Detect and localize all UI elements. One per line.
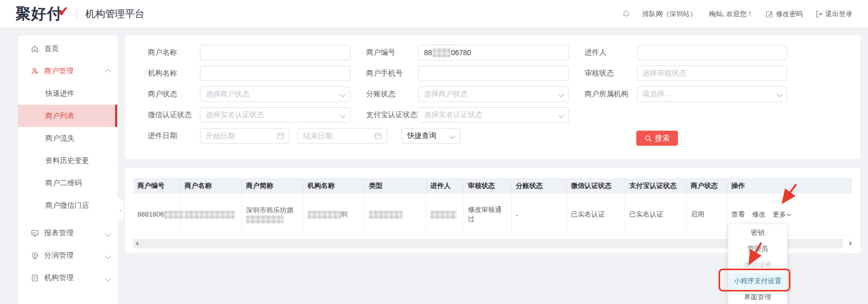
logout-link[interactable]: 退出登录	[815, 9, 852, 19]
col-agent: 进件人	[426, 178, 463, 194]
col-merchant-name: 商户名称	[180, 178, 242, 194]
split-status-select[interactable]: 选择商户状态	[418, 86, 569, 102]
menu-item-admin[interactable]: 管理员	[728, 240, 787, 257]
view-link[interactable]: 查看	[732, 210, 745, 218]
col-wechat-auth: 微信认证状态	[567, 178, 625, 194]
edit-icon	[766, 10, 773, 18]
document-icon	[31, 274, 39, 282]
more-link[interactable]: 更多	[773, 210, 790, 218]
chevron-down-icon	[558, 91, 564, 97]
end-date-field[interactable]	[303, 132, 374, 140]
cell-org-name: 圳	[303, 194, 364, 236]
org-name-label: 机构名称	[148, 69, 200, 78]
col-merchant-status: 商户状态	[686, 178, 727, 194]
merchant-no-input[interactable]: 8806780	[418, 45, 569, 60]
change-password-link[interactable]: 修改密码	[766, 9, 803, 19]
sidebar-item-org-mgmt[interactable]: 机构管理	[18, 267, 117, 289]
sidebar-item-wechat-store[interactable]: 商户微信门店	[18, 194, 117, 217]
menu-item-miniprogram-pay-settings[interactable]: 小程序支付设置	[728, 273, 787, 289]
menu-item-ui-mgmt[interactable]: 界面管理	[728, 289, 787, 304]
scroll-left-arrow[interactable]: ‹	[136, 238, 139, 248]
sidebar-item-merchant-list[interactable]: 商户列表	[18, 105, 117, 127]
quick-query-select[interactable]: 快捷查询	[401, 128, 460, 144]
merchant-name-label: 商户名称	[148, 48, 200, 57]
cell-agent	[426, 194, 463, 236]
chevron-down-icon	[776, 91, 782, 97]
merchant-status-label: 商户状态	[148, 90, 200, 99]
chevron-down-icon	[449, 133, 455, 138]
masked-text	[433, 48, 450, 57]
alipay-auth-select[interactable]: 选择实名认证状态	[418, 107, 569, 123]
cell-type	[364, 194, 426, 236]
app-header: 聚好付 ✔ 机构管理平台 排队网（深圳站） 梅灿, 欢迎您！ 修改密码 退出登录	[0, 0, 868, 28]
col-merchant-no: 商户编号	[133, 178, 180, 194]
more-dropdown-menu: 密钥 管理员 微信绿洲 小程序支付设置 界面管理	[728, 224, 787, 304]
menu-item-secret-key[interactable]: 密钥	[728, 224, 787, 240]
sidebar-item-merchant-mgmt[interactable]: 商户管理	[18, 60, 117, 82]
split-status-label: 分账状态	[366, 90, 418, 99]
col-type: 类型	[364, 178, 426, 194]
masked-text	[308, 211, 341, 219]
table-header-row: 商户编号 商户名称 商户简称 机构名称 类型 进件人 审核状态 分账状态 微信认…	[133, 178, 852, 194]
entry-date-label: 进件日期	[148, 131, 200, 141]
calendar-icon	[374, 132, 382, 140]
report-icon	[31, 229, 39, 237]
logo: 聚好付 ✔	[16, 4, 69, 24]
masked-text	[369, 211, 402, 219]
cell-short-name: 深圳市韩乐坊旗	[242, 194, 303, 236]
merchant-org-label: 商户所属机构	[585, 90, 637, 99]
sidebar-item-history-change[interactable]: 资料历史变更	[18, 149, 117, 172]
merchant-no-label: 商户编号	[366, 48, 418, 57]
header-divider	[77, 8, 77, 20]
chevron-down-icon	[105, 253, 110, 259]
sidebar-item-profit-mgmt[interactable]: 分润管理	[18, 244, 117, 267]
audit-status-select[interactable]: 选择审核状态	[637, 66, 787, 81]
sidebar-item-quick-entry[interactable]: 快速进件	[18, 82, 117, 105]
merchant-phone-label: 商户手机号	[366, 69, 418, 78]
sidebar-item-merchant-qrcode[interactable]: 商户二维码	[18, 172, 117, 194]
merchant-status-select[interactable]: 选择商户状态	[200, 86, 350, 102]
agent-input[interactable]	[637, 45, 787, 60]
start-date-input[interactable]	[200, 128, 290, 144]
wechat-auth-select[interactable]: 选择实名认证状态	[200, 107, 350, 123]
notification-bell-icon[interactable]	[622, 10, 630, 18]
home-icon	[31, 45, 39, 53]
cell-audit-status: 修改审核通过	[463, 194, 511, 236]
merchant-phone-input[interactable]	[418, 66, 569, 81]
chevron-up-icon	[105, 69, 110, 74]
col-org-name: 机构名称	[303, 178, 364, 194]
page-title: 机构管理平台	[85, 7, 145, 21]
col-alipay-auth: 支付宝认证状态	[625, 178, 686, 194]
merchant-icon	[31, 67, 39, 75]
cell-alipay-auth: 已实名认证	[625, 194, 686, 236]
masked-text	[164, 211, 184, 219]
cell-split-status: -	[511, 194, 567, 236]
profit-icon	[31, 251, 39, 260]
search-icon	[645, 135, 652, 142]
sidebar-collapse-handle[interactable]: ‹	[117, 198, 124, 222]
menu-item-wechat-oasis[interactable]: 微信绿洲	[728, 257, 787, 273]
col-short-name: 商户简称	[242, 178, 303, 194]
search-panel: 商户名称 商户编号 8806780 进件人 机构名称 商户手机号 审核状态 选择…	[125, 35, 860, 159]
alipay-auth-label: 支付宝认证状态	[366, 110, 418, 120]
sidebar-item-report-mgmt[interactable]: 报表管理	[18, 222, 117, 244]
col-split-status: 分账状态	[511, 178, 567, 194]
cell-merchant-no: 8881806	[133, 194, 180, 236]
edit-link[interactable]: 修改	[752, 210, 765, 218]
merchant-name-input[interactable]	[200, 45, 350, 60]
sidebar-item-home[interactable]: 首页	[18, 37, 117, 60]
start-date-field[interactable]	[206, 132, 277, 140]
scroll-right-arrow[interactable]: ›	[849, 238, 852, 248]
org-name-input[interactable]	[200, 66, 350, 81]
chevron-down-icon	[105, 231, 110, 236]
logout-icon	[815, 10, 823, 18]
merchant-org-select[interactable]: 请选择...	[637, 86, 787, 102]
agent-label: 进件人	[585, 48, 637, 57]
end-date-input[interactable]	[297, 128, 387, 144]
masked-text	[431, 211, 457, 219]
logo-check-icon: ✔	[57, 3, 70, 20]
search-button[interactable]: 搜索	[636, 131, 678, 146]
station-name: 排队网（深圳站）	[643, 9, 697, 19]
cell-merchant-name	[180, 194, 242, 236]
sidebar-item-merchant-churn[interactable]: 商户流失	[18, 127, 117, 149]
